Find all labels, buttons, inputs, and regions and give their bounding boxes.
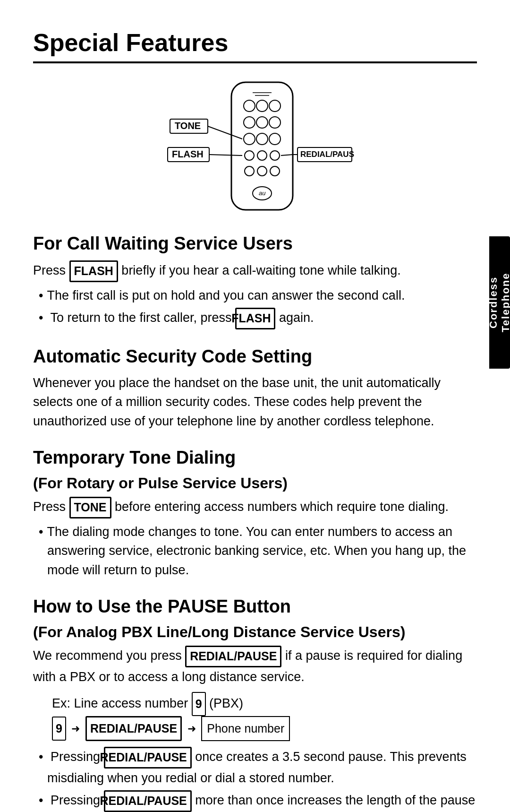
tone-dialing-bullet1: The dialing mode changes to tone. You ca… — [33, 522, 477, 580]
svg-point-14 — [257, 166, 267, 176]
svg-point-7 — [244, 133, 255, 145]
tone-key-badge: TONE — [69, 497, 111, 518]
svg-point-10 — [245, 151, 254, 160]
svg-point-4 — [244, 117, 255, 128]
svg-point-5 — [256, 117, 268, 128]
phone-number-box: Phone number — [201, 716, 290, 741]
tone-dialing-heading: Temporary Tone Dialing — [33, 448, 477, 468]
svg-point-2 — [256, 100, 268, 112]
auto-security-heading: Automatic Security Code Setting — [33, 346, 477, 367]
number-9-badge: 9 — [192, 692, 206, 716]
auto-security-section: Automatic Security Code Setting Whenever… — [33, 346, 477, 431]
call-waiting-body: Press FLASH briefly if you hear a call-w… — [33, 260, 477, 282]
phone-illustration: au TONE FLASH REDIAL/PAUSE — [156, 78, 354, 219]
redial-pause-key-badge3: REDIAL/PAUSE — [104, 747, 192, 769]
flash-key-badge2: FLASH — [235, 308, 275, 329]
pause-bullet2: Pressing REDIAL/PAUSE more than once inc… — [33, 790, 477, 812]
arrow-icon1: ➜ — [71, 723, 80, 734]
side-tab: Cordless Telephone — [489, 236, 510, 369]
svg-point-15 — [270, 166, 280, 176]
arrow-icon2: ➜ — [187, 723, 196, 734]
call-waiting-section: For Call Waiting Service Users Press FLA… — [33, 233, 477, 329]
pause-button-body: We recommend you press REDIAL/PAUSE if a… — [33, 646, 477, 686]
svg-point-9 — [269, 133, 280, 145]
svg-point-1 — [244, 100, 255, 112]
page-title: Special Features — [33, 28, 477, 57]
tone-dialing-body: Press TONE before entering access number… — [33, 497, 477, 518]
phone-diagram: au TONE FLASH REDIAL/PAUSE — [33, 78, 477, 219]
redial-pause-key-badge4: REDIAL/PAUSE — [104, 790, 192, 812]
example-label: Ex: Line access number — [52, 696, 192, 710]
tone-dialing-subheading: (For Rotary or Pulse Service Users) — [33, 475, 477, 492]
example-pbx: (PBX) — [206, 696, 244, 710]
redial-pause-key-badge: REDIAL/PAUSE — [185, 646, 281, 667]
svg-point-11 — [257, 151, 267, 160]
svg-point-13 — [245, 166, 254, 176]
svg-point-6 — [269, 117, 280, 128]
redial-pause-key-badge2: REDIAL/PAUSE — [85, 716, 182, 741]
pause-button-section: How to Use the PAUSE Button (For Analog … — [33, 596, 477, 812]
number-9-badge2: 9 — [52, 717, 66, 741]
pause-bullet1: Pressing REDIAL/PAUSE once creates a 3.5… — [33, 747, 477, 787]
pause-button-heading: How to Use the PAUSE Button — [33, 596, 477, 617]
svg-point-12 — [270, 151, 280, 160]
svg-text:TONE: TONE — [175, 121, 201, 131]
example-line: Ex: Line access number 9 (PBX) 9 ➜ REDIA… — [52, 692, 477, 741]
auto-security-body: Whenever you place the handset on the ba… — [33, 373, 477, 431]
flash-key-badge: FLASH — [69, 260, 118, 282]
call-waiting-bullet2: To return to the first caller, press FLA… — [33, 308, 477, 329]
svg-text:FLASH: FLASH — [172, 149, 204, 159]
svg-text:REDIAL/PAUSE: REDIAL/PAUSE — [300, 150, 354, 159]
svg-point-3 — [269, 100, 280, 112]
pause-button-subheading: (For Analog PBX Line/Long Distance Servi… — [33, 623, 477, 641]
title-divider — [33, 61, 477, 63]
call-waiting-bullet1: The first call is put on hold and you ca… — [33, 286, 477, 305]
call-waiting-heading: For Call Waiting Service Users — [33, 233, 477, 254]
tone-dialing-section: Temporary Tone Dialing (For Rotary or Pu… — [33, 448, 477, 579]
side-tab-label: Cordless Telephone — [487, 245, 510, 360]
svg-point-8 — [256, 133, 268, 145]
svg-text:au: au — [259, 190, 265, 197]
